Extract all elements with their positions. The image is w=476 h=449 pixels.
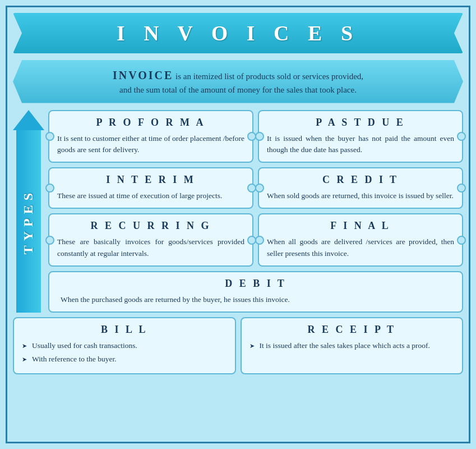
interim-title: I N T E R I M [57,174,244,186]
interim-body: These are issued at time of execution of… [57,190,244,202]
types-arrow: TYPES [13,110,44,313]
past-due-card: P A S T D U E It is issued when the buye… [258,110,463,163]
types-label: TYPES [21,189,36,254]
bill-title: B I L L [22,324,227,336]
arrow-head [13,110,44,130]
past-due-title: P A S T D U E [267,117,454,129]
bill-item-1: Usually used for cash transactions. [22,340,227,351]
pro-forma-card: P R O F O R M A It is sent to customer e… [48,110,253,163]
credit-body: When sold goods are returned, this invoi… [267,190,454,202]
credit-card: C R E D I T When sold goods are returned… [258,167,463,209]
header-banner: I N V O I C E S [13,13,463,53]
receipt-item-1: It is issued after the sales takes place… [249,340,455,351]
types-arrow-container: TYPES [13,110,44,313]
definition-text: INVOICE is an itemized list of products … [30,67,446,97]
pro-forma-body: It is sent to customer either at time of… [57,133,244,157]
definition-text1: is an itemized list of products sold or … [173,72,363,81]
final-title: F I N A L [267,220,454,232]
header-title: I N V O I C E S [117,21,359,45]
final-body: When all goods are delivered /services a… [267,236,454,260]
bottom-row: B I L L Usually used for cash transactio… [13,317,463,374]
main-container: I N V O I C E S INVOICE is an itemized l… [6,6,470,443]
row-3: R E C U R R I N G These are basically in… [48,213,463,267]
definition-text2: and the sum total of the amount of money… [119,85,357,94]
definition-banner: INVOICE is an itemized list of products … [13,60,463,103]
interim-card: I N T E R I M These are issued at time o… [48,167,253,209]
debit-card: D E B I T When the purchased goods are r… [48,271,463,313]
receipt-card: R E C E I P T It is issued after the sal… [241,317,464,374]
row-4: D E B I T When the purchased goods are r… [48,271,463,313]
invoice-word: INVOICE [113,69,173,81]
bill-item-2: With reference to the buyer. [22,354,227,365]
recurring-card: R E C U R R I N G These are basically in… [48,213,253,267]
row-1: P R O F O R M A It is sent to customer e… [48,110,463,163]
row-2: I N T E R I M These are issued at time o… [48,167,463,209]
grid-container: P R O F O R M A It is sent to customer e… [48,110,463,313]
recurring-title: R E C U R R I N G [57,220,244,232]
receipt-title: R E C E I P T [249,324,455,336]
pro-forma-title: P R O F O R M A [57,117,244,129]
final-card: F I N A L When all goods are delivered /… [258,213,463,267]
debit-body: When the purchased goods are returned by… [61,294,451,306]
credit-title: C R E D I T [267,174,454,186]
debit-title: D E B I T [61,278,451,290]
arrow-body: TYPES [16,130,41,313]
bill-card: B I L L Usually used for cash transactio… [13,317,236,374]
past-due-body: It is issued when the buyer has not paid… [267,133,454,157]
receipt-list: It is issued after the sales takes place… [249,340,455,351]
content-area: TYPES P R O F O R M A It is sent to cust… [13,110,463,313]
bill-list: Usually used for cash transactions. With… [22,340,227,365]
recurring-body: These are basically invoices for goods/s… [57,236,244,260]
